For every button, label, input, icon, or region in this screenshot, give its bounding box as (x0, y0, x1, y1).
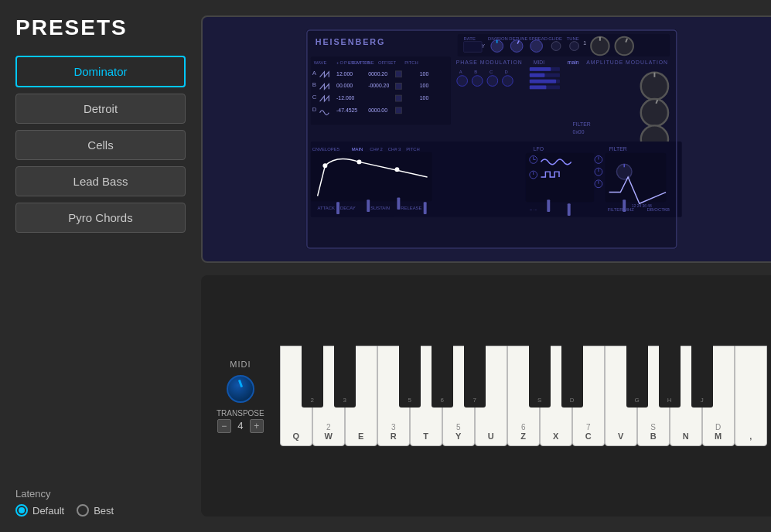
svg-text:main: main (568, 60, 579, 65)
key-g2-shortcut: B (650, 431, 657, 441)
svg-text:GLIDE: GLIDE (548, 36, 562, 41)
transpose-label: TRANSPOSE (217, 409, 264, 418)
svg-rect-63 (530, 80, 556, 84)
key-cs[interactable]: 2 (302, 346, 323, 408)
svg-text:B: B (474, 70, 477, 74)
svg-point-17 (570, 42, 579, 51)
svg-point-82 (357, 159, 362, 164)
key-e2-label: 7 (586, 423, 591, 431)
latency-default[interactable]: Default (15, 504, 64, 517)
svg-text:PITCH: PITCH (404, 60, 418, 65)
svg-text:OFFSET: OFFSET (378, 60, 397, 65)
key-c2-label: 6 (521, 423, 526, 431)
svg-text:A: A (312, 70, 317, 77)
svg-point-81 (322, 163, 327, 168)
key-f-label: 3 (391, 423, 396, 431)
key-gs[interactable]: 6 (432, 346, 453, 408)
svg-point-15 (551, 42, 561, 51)
svg-text:CNVELOPE5: CNVELOPE5 (312, 147, 340, 152)
svg-text:AMPLITUDE MODULATION: AMPLITUDE MODULATION (586, 60, 668, 65)
key-fs[interactable]: 5 (399, 346, 421, 408)
svg-text:C: C (312, 94, 317, 101)
svg-text:FILTER: FILTER (609, 146, 627, 152)
preset-detroit[interactable]: Detroit (15, 94, 186, 124)
key-d2-shortcut: X (553, 431, 558, 441)
preset-pyro-chords[interactable]: Pyro Chords (15, 203, 186, 233)
radio-best-circle (77, 504, 89, 517)
svg-rect-80 (311, 152, 432, 202)
key-ds[interactable]: 3 (334, 346, 356, 408)
key-b2-shortcut: M (715, 431, 722, 441)
svg-text:0000.00: 0000.00 (368, 107, 387, 113)
svg-text:100: 100 (420, 95, 429, 101)
key-ds2[interactable]: D (561, 346, 583, 408)
svg-text:100: 100 (420, 71, 429, 77)
svg-text:MAIN: MAIN (352, 147, 363, 152)
piano-wrapper: Q 2 W E 3 R T (280, 346, 767, 446)
key-as[interactable]: 7 (464, 346, 486, 408)
key-b-shortcut: U (488, 431, 494, 441)
svg-text:A: A (459, 70, 462, 74)
key-c3[interactable]: , (735, 346, 767, 446)
key-cs2[interactable]: S (529, 346, 551, 408)
svg-point-10 (510, 40, 523, 53)
svg-text:+SEMITONE: +SEMITONE (348, 60, 374, 65)
svg-text:100: 100 (420, 83, 429, 88)
svg-point-69 (641, 99, 668, 126)
svg-text:0x00: 0x00 (573, 129, 585, 135)
preset-dominator[interactable]: Dominator (15, 56, 186, 87)
key-g-shortcut: T (423, 431, 428, 441)
svg-text:-0000.20: -0000.20 (368, 83, 389, 88)
transpose-value: 4 (234, 420, 247, 431)
key-gs-label: 6 (440, 397, 443, 404)
svg-text:1: 1 (583, 40, 586, 46)
svg-rect-114 (547, 200, 550, 212)
svg-rect-112 (397, 197, 400, 210)
key-c2-shortcut: Z (520, 431, 526, 441)
key-a-shortcut: Y (455, 431, 461, 441)
preset-lead-bass[interactable]: Lead Bass (15, 166, 186, 196)
transpose-increase[interactable]: + (250, 419, 264, 433)
main-layout: PRESETS Dominator Detroit Cells Lead Bas… (0, 0, 771, 532)
key-cs-label: 2 (310, 397, 313, 404)
transpose-controls: − 4 + (217, 419, 264, 433)
transpose-decrease[interactable]: − (217, 419, 231, 433)
key-d-label: 2 (326, 423, 331, 431)
svg-text:HEISENBERG: HEISENBERG (316, 37, 386, 46)
svg-text:LFO: LFO (534, 146, 544, 152)
synth-display: HEISENBERG RATE POLY DIVISION DETUNE SPR… (201, 15, 771, 263)
latency-section: Latency Default Best (15, 488, 186, 517)
preset-cells[interactable]: Cells (15, 130, 186, 160)
key-a-label: 5 (456, 423, 461, 431)
heisenberg-synth: HEISENBERG RATE POLY DIVISION DETUNE SPR… (215, 29, 769, 249)
latency-best[interactable]: Best (77, 504, 114, 517)
svg-text:D: D (504, 70, 507, 74)
key-fs-label: 5 (408, 397, 411, 404)
svg-rect-23 (311, 56, 451, 124)
latency-best-label: Best (94, 505, 114, 517)
svg-point-21 (615, 37, 633, 56)
key-ds2-label: D (570, 397, 575, 404)
svg-rect-61 (530, 67, 551, 71)
key-g2-label: S (650, 423, 656, 431)
svg-text:FILTER: FILTER (573, 121, 591, 127)
key-e2-shortcut: C (585, 431, 592, 441)
key-gs2[interactable]: H (659, 346, 681, 408)
svg-rect-32 (395, 71, 401, 77)
svg-text:DB/OCT: DB/OCT (647, 207, 665, 212)
svg-rect-46 (395, 107, 401, 114)
key-fs2[interactable]: G (626, 346, 648, 408)
svg-text:D: D (312, 106, 317, 113)
midi-knob[interactable] (227, 375, 254, 403)
latency-options: Default Best (15, 504, 186, 517)
svg-point-53 (472, 76, 483, 87)
svg-rect-41 (395, 95, 401, 101)
left-panel: PRESETS Dominator Detroit Cells Lead Bas… (15, 15, 186, 517)
svg-text:TUNE: TUNE (567, 36, 579, 41)
key-f-shortcut: R (391, 431, 397, 441)
svg-point-55 (503, 76, 513, 87)
key-as2[interactable]: J (691, 346, 713, 408)
svg-text:00.000: 00.000 (336, 83, 353, 88)
key-a2-shortcut: N (683, 431, 689, 441)
key-b2-label: D (715, 423, 721, 431)
